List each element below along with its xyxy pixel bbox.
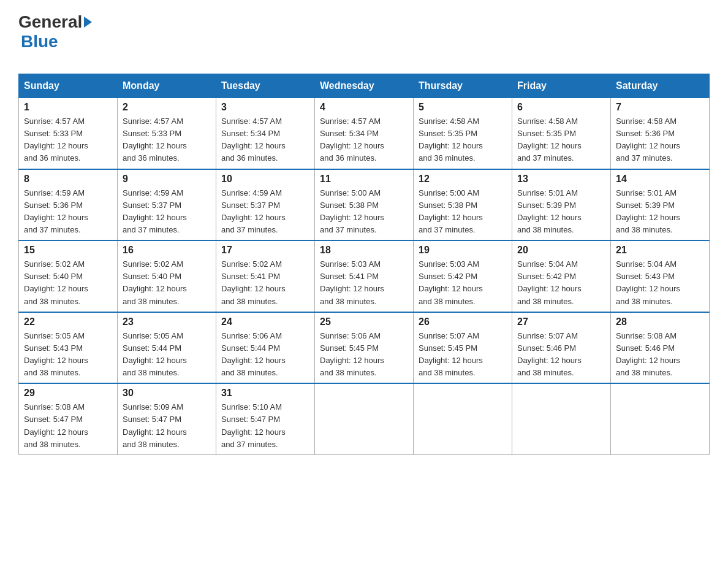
calendar-cell: 3 Sunrise: 4:57 AM Sunset: 5:34 PM Dayli…: [216, 98, 315, 169]
logo-line1: General: [18, 12, 92, 32]
calendar-week-row: 1 Sunrise: 4:57 AM Sunset: 5:33 PM Dayli…: [19, 98, 710, 169]
logo-blue: Blue: [21, 32, 58, 51]
calendar-cell: [512, 383, 611, 454]
day-number: 16: [123, 245, 211, 256]
day-number: 21: [616, 245, 704, 256]
day-number: 15: [24, 245, 112, 256]
day-number: 25: [320, 316, 408, 327]
day-info: Sunrise: 5:05 AM Sunset: 5:44 PM Dayligh…: [123, 330, 211, 380]
day-info: Sunrise: 4:58 AM Sunset: 5:35 PM Dayligh…: [517, 115, 605, 165]
day-info: Sunrise: 4:58 AM Sunset: 5:36 PM Dayligh…: [616, 115, 704, 165]
calendar-cell: 16 Sunrise: 5:02 AM Sunset: 5:40 PM Dayl…: [118, 240, 216, 312]
calendar-cell: 5 Sunrise: 4:58 AM Sunset: 5:35 PM Dayli…: [414, 98, 512, 169]
calendar-cell: 12 Sunrise: 5:00 AM Sunset: 5:38 PM Dayl…: [414, 169, 512, 241]
col-tuesday: Tuesday: [216, 74, 315, 98]
day-info: Sunrise: 5:07 AM Sunset: 5:45 PM Dayligh…: [419, 330, 507, 380]
col-saturday: Saturday: [611, 74, 710, 98]
calendar-cell: 17 Sunrise: 5:02 AM Sunset: 5:41 PM Dayl…: [216, 240, 315, 312]
logo-general: General: [18, 12, 82, 32]
calendar-cell: 25 Sunrise: 5:06 AM Sunset: 5:45 PM Dayl…: [315, 312, 414, 384]
calendar-cell: 26 Sunrise: 5:07 AM Sunset: 5:45 PM Dayl…: [414, 312, 512, 384]
day-info: Sunrise: 4:59 AM Sunset: 5:37 PM Dayligh…: [221, 187, 309, 237]
day-number: 26: [419, 316, 507, 327]
calendar-cell: 23 Sunrise: 5:05 AM Sunset: 5:44 PM Dayl…: [118, 312, 216, 384]
day-number: 31: [221, 388, 309, 399]
calendar-cell: 13 Sunrise: 5:01 AM Sunset: 5:39 PM Dayl…: [512, 169, 611, 241]
day-number: 3: [221, 102, 309, 113]
day-info: Sunrise: 5:08 AM Sunset: 5:46 PM Dayligh…: [616, 330, 704, 380]
day-number: 8: [24, 174, 112, 185]
day-number: 5: [419, 102, 507, 113]
day-info: Sunrise: 5:05 AM Sunset: 5:43 PM Dayligh…: [24, 330, 112, 380]
calendar-header-row: Sunday Monday Tuesday Wednesday Thursday…: [19, 74, 710, 98]
day-info: Sunrise: 5:03 AM Sunset: 5:41 PM Dayligh…: [320, 258, 408, 308]
day-info: Sunrise: 4:57 AM Sunset: 5:33 PM Dayligh…: [24, 115, 112, 165]
day-info: Sunrise: 4:57 AM Sunset: 5:33 PM Dayligh…: [123, 115, 211, 165]
calendar-cell: 31 Sunrise: 5:10 AM Sunset: 5:47 PM Dayl…: [216, 383, 315, 454]
logo-line2: Blue: [21, 32, 92, 52]
day-info: Sunrise: 5:06 AM Sunset: 5:44 PM Dayligh…: [221, 330, 309, 380]
col-monday: Monday: [118, 74, 216, 98]
calendar-week-row: 8 Sunrise: 4:59 AM Sunset: 5:36 PM Dayli…: [19, 169, 710, 241]
calendar-cell: 30 Sunrise: 5:09 AM Sunset: 5:47 PM Dayl…: [118, 383, 216, 454]
col-thursday: Thursday: [414, 74, 512, 98]
day-info: Sunrise: 5:04 AM Sunset: 5:42 PM Dayligh…: [517, 258, 605, 308]
day-info: Sunrise: 5:01 AM Sunset: 5:39 PM Dayligh…: [616, 187, 704, 237]
day-info: Sunrise: 5:00 AM Sunset: 5:38 PM Dayligh…: [320, 187, 408, 237]
day-info: Sunrise: 4:57 AM Sunset: 5:34 PM Dayligh…: [221, 115, 309, 165]
calendar-cell: 24 Sunrise: 5:06 AM Sunset: 5:44 PM Dayl…: [216, 312, 315, 384]
calendar-wrapper: Sunday Monday Tuesday Wednesday Thursday…: [18, 74, 710, 455]
logo-triangle-icon: [84, 17, 92, 28]
day-info: Sunrise: 5:03 AM Sunset: 5:42 PM Dayligh…: [419, 258, 507, 308]
day-number: 1: [24, 102, 112, 113]
day-info: Sunrise: 5:00 AM Sunset: 5:38 PM Dayligh…: [419, 187, 507, 237]
calendar-cell: 27 Sunrise: 5:07 AM Sunset: 5:46 PM Dayl…: [512, 312, 611, 384]
day-info: Sunrise: 4:59 AM Sunset: 5:37 PM Dayligh…: [123, 187, 211, 237]
day-info: Sunrise: 5:02 AM Sunset: 5:40 PM Dayligh…: [24, 258, 112, 308]
calendar-cell: 10 Sunrise: 4:59 AM Sunset: 5:37 PM Dayl…: [216, 169, 315, 241]
calendar-week-row: 22 Sunrise: 5:05 AM Sunset: 5:43 PM Dayl…: [19, 312, 710, 384]
calendar-cell: 19 Sunrise: 5:03 AM Sunset: 5:42 PM Dayl…: [414, 240, 512, 312]
day-number: 17: [221, 245, 309, 256]
day-number: 7: [616, 102, 704, 113]
day-info: Sunrise: 5:10 AM Sunset: 5:47 PM Dayligh…: [221, 401, 309, 451]
calendar-table: Sunday Monday Tuesday Wednesday Thursday…: [18, 74, 710, 455]
calendar-cell: 28 Sunrise: 5:08 AM Sunset: 5:46 PM Dayl…: [611, 312, 710, 384]
day-number: 2: [123, 102, 211, 113]
day-info: Sunrise: 5:09 AM Sunset: 5:47 PM Dayligh…: [123, 401, 211, 451]
day-number: 20: [517, 245, 605, 256]
calendar-cell: 9 Sunrise: 4:59 AM Sunset: 5:37 PM Dayli…: [118, 169, 216, 241]
day-info: Sunrise: 4:58 AM Sunset: 5:35 PM Dayligh…: [419, 115, 507, 165]
day-info: Sunrise: 5:01 AM Sunset: 5:39 PM Dayligh…: [517, 187, 605, 237]
day-info: Sunrise: 4:57 AM Sunset: 5:34 PM Dayligh…: [320, 115, 408, 165]
calendar-cell: 29 Sunrise: 5:08 AM Sunset: 5:47 PM Dayl…: [19, 383, 118, 454]
calendar-cell: 4 Sunrise: 4:57 AM Sunset: 5:34 PM Dayli…: [315, 98, 414, 169]
day-number: 13: [517, 174, 605, 185]
calendar-cell: 21 Sunrise: 5:04 AM Sunset: 5:43 PM Dayl…: [611, 240, 710, 312]
day-number: 28: [616, 316, 704, 327]
day-number: 24: [221, 316, 309, 327]
day-number: 11: [320, 174, 408, 185]
day-info: Sunrise: 5:08 AM Sunset: 5:47 PM Dayligh…: [24, 401, 112, 451]
day-number: 27: [517, 316, 605, 327]
day-info: Sunrise: 5:06 AM Sunset: 5:45 PM Dayligh…: [320, 330, 408, 380]
day-number: 30: [123, 388, 211, 399]
day-number: 29: [24, 388, 112, 399]
day-info: Sunrise: 5:07 AM Sunset: 5:46 PM Dayligh…: [517, 330, 605, 380]
calendar-cell: 14 Sunrise: 5:01 AM Sunset: 5:39 PM Dayl…: [611, 169, 710, 241]
calendar-cell: 6 Sunrise: 4:58 AM Sunset: 5:35 PM Dayli…: [512, 98, 611, 169]
day-number: 22: [24, 316, 112, 327]
calendar-cell: 22 Sunrise: 5:05 AM Sunset: 5:43 PM Dayl…: [19, 312, 118, 384]
calendar-cell: 11 Sunrise: 5:00 AM Sunset: 5:38 PM Dayl…: [315, 169, 414, 241]
calendar-cell: [414, 383, 512, 454]
col-wednesday: Wednesday: [315, 74, 414, 98]
calendar-cell: 18 Sunrise: 5:03 AM Sunset: 5:41 PM Dayl…: [315, 240, 414, 312]
calendar-week-row: 15 Sunrise: 5:02 AM Sunset: 5:40 PM Dayl…: [19, 240, 710, 312]
day-number: 14: [616, 174, 704, 185]
day-number: 19: [419, 245, 507, 256]
col-sunday: Sunday: [19, 74, 118, 98]
day-number: 18: [320, 245, 408, 256]
calendar-cell: 2 Sunrise: 4:57 AM Sunset: 5:33 PM Dayli…: [118, 98, 216, 169]
calendar-cell: 20 Sunrise: 5:04 AM Sunset: 5:42 PM Dayl…: [512, 240, 611, 312]
day-number: 9: [123, 174, 211, 185]
